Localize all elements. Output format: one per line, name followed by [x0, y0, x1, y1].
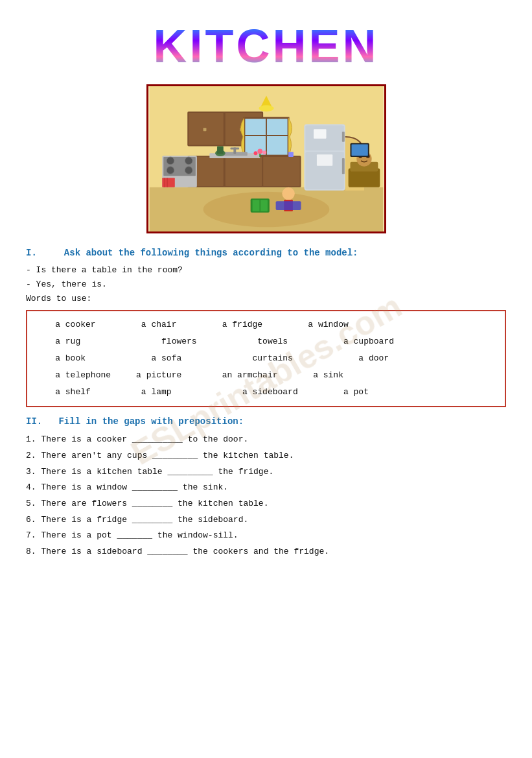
fill-item-2: 2. There aren't any cups _________ the k…	[26, 448, 506, 464]
fill-item-5: 5. There are flowers ________ the kitche…	[26, 496, 506, 512]
fill-item-7: 7. There is a pot _______ the window-sil…	[26, 528, 506, 544]
svg-rect-57	[217, 147, 224, 154]
svg-rect-54	[259, 154, 260, 157]
svg-rect-15	[263, 157, 299, 186]
svg-rect-55	[288, 152, 294, 157]
svg-rect-32	[341, 132, 344, 142]
svg-point-53	[262, 150, 266, 154]
svg-point-25	[185, 167, 192, 174]
svg-rect-50	[275, 201, 301, 210]
words-row-3: a book a sofa curtains a door	[35, 353, 389, 363]
fill-item-8: 8. There is a sideboard ________ the coo…	[26, 544, 506, 560]
svg-rect-44	[351, 145, 367, 156]
svg-rect-6	[203, 128, 206, 131]
page-title-container: KITCHEN	[26, 19, 506, 73]
words-box: a cooker a chair a fridge a window a rug…	[26, 310, 506, 407]
svg-point-23	[185, 157, 192, 165]
section-1-model: - Is there a table in the room? - Yes, t…	[26, 263, 506, 306]
svg-rect-35	[316, 154, 332, 166]
words-row-2: a rug flowers towels a cupboard	[35, 337, 394, 346]
section-2: II. Fill in the gaps with preposition: 1…	[26, 416, 506, 560]
words-row-1: a cooker a chair a fridge a window	[35, 320, 349, 329]
svg-point-24	[167, 167, 174, 174]
svg-point-45	[282, 187, 294, 200]
svg-rect-34	[314, 129, 326, 139]
svg-rect-26	[162, 178, 174, 187]
svg-rect-14	[225, 157, 261, 186]
words-row-4: a telephone a picture an armchair a sink	[35, 370, 343, 380]
svg-rect-19	[230, 147, 239, 149]
fill-item-6: 6. There is a fridge ________ the sidebo…	[26, 512, 506, 528]
svg-point-52	[253, 151, 257, 155]
svg-point-22	[167, 157, 174, 165]
svg-rect-33	[341, 158, 344, 174]
fill-item-3: 3. There is a kitchen table _________ th…	[26, 464, 506, 480]
page-title: KITCHEN	[154, 19, 379, 73]
kitchen-image	[146, 84, 386, 233]
fill-item-1: 1. There is a cooker __________ to the d…	[26, 432, 506, 448]
section-1-title: I. Ask about the following things accord…	[26, 248, 506, 258]
section-2-title: II. Fill in the gaps with preposition:	[26, 416, 506, 427]
section-1: I. Ask about the following things accord…	[26, 248, 506, 407]
fill-item-4: 4. There is a window _________ the sink.	[26, 480, 506, 496]
svg-point-51	[257, 148, 262, 154]
fill-list: 1. There is a cooker __________ to the d…	[26, 432, 506, 560]
image-container	[26, 84, 506, 233]
words-row-5: a shelf a lamp a sideboard a pot	[35, 387, 369, 397]
svg-point-37	[259, 105, 273, 112]
